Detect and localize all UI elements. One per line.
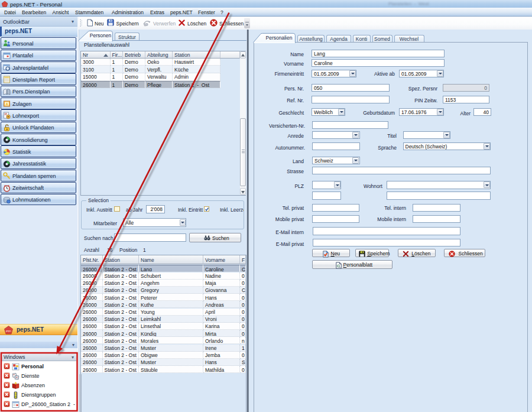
svg-text:peps: peps xyxy=(6,329,11,332)
